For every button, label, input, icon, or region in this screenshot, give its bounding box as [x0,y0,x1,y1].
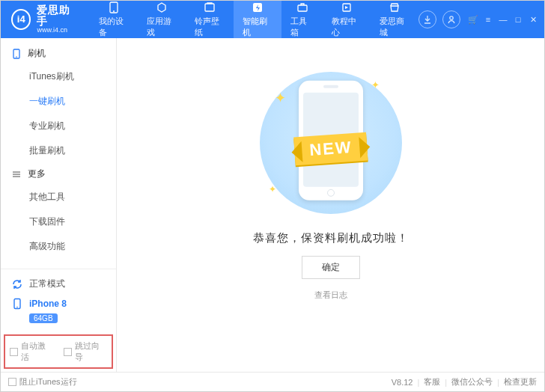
success-message: 恭喜您，保资料刷机成功啦！ [253,231,409,245]
svg-rect-2 [205,4,214,11]
device-row[interactable]: iPhone 8 [8,294,109,313]
maximize-button[interactable]: □ [513,14,523,25]
success-illustration: ✦✦✦ NEW [249,68,413,218]
brand-text: 爱思助手 www.i4.cn [37,4,79,35]
sidebar-nav: 刷机iTunes刷机一键刷机专业刷机批量刷机更多其他工具下载固件高级功能 [1,38,116,269]
footer-link-support[interactable]: 客服 [424,376,440,388]
ring-icon [203,1,216,13]
skip-guide-checkbox[interactable]: 跳过向导 [64,340,107,363]
tab-label: 应用游戏 [147,16,177,38]
footer-link-update[interactable]: 检查更新 [504,376,537,388]
tab-apps[interactable]: 应用游戏 [138,1,186,38]
svg-point-8 [16,56,17,58]
tools-icon [296,1,309,13]
top-tabs: 我的设备应用游戏铃声壁纸智能刷机工具箱教程中心爱思商城 [90,1,418,38]
brand-name: 爱思助手 [37,4,79,28]
tab-store[interactable]: 爱思商城 [371,1,418,38]
auto-activate-checkbox[interactable]: 自动激活 [10,340,53,363]
sidebar-item[interactable]: 批量刷机 [1,138,116,163]
minimize-button[interactable]: — [498,14,508,25]
version-label: V8.12 [392,378,413,387]
close-button[interactable]: ✕ [528,14,538,25]
title-right-icons [418,10,468,28]
device-status: 正常模式 iPhone 8 64GB [1,269,116,331]
store-icon [388,1,401,13]
storage-row: 64GB [8,313,109,327]
sidebar-group-1[interactable]: 更多 [1,163,116,185]
tab-label: 教程中心 [332,16,362,38]
window-controls: 🛒 ≡ — □ ✕ [468,14,544,25]
block-itunes-checkbox[interactable]: 阻止iTunes运行 [8,376,77,388]
tab-tutor[interactable]: 教程中心 [323,1,371,38]
mode-label: 正常模式 [29,278,65,290]
titlebar: i4 爱思助手 www.i4.cn 我的设备应用游戏铃声壁纸智能刷机工具箱教程中… [1,1,544,38]
sidebar-item[interactable]: 一键刷机 [1,89,116,114]
tab-flash[interactable]: 智能刷机 [234,1,281,38]
device-name: iPhone 8 [29,298,67,309]
apps-icon [155,1,168,13]
sidebar-item[interactable]: 其他工具 [1,185,116,209]
main-content: ✦✦✦ NEW 恭喜您，保资料刷机成功啦！ 确定 查看日志 [117,38,544,372]
brand: i4 爱思助手 www.i4.cn [1,4,90,35]
svg-point-6 [450,16,453,19]
cart-icon[interactable]: 🛒 [468,14,478,25]
user-icon[interactable] [442,10,460,28]
tab-phone[interactable]: 我的设备 [90,1,138,38]
group-title: 刷机 [28,47,46,60]
mode-row[interactable]: 正常模式 [8,274,109,294]
tab-ring[interactable]: 铃声壁纸 [186,1,234,38]
highlight-options: 自动激活 跳过向导 [4,334,113,369]
sidebar-item[interactable]: 下载固件 [1,209,116,234]
footer: 阻止iTunes运行 V8.12 | 客服 | 微信公众号 | 检查更新 [1,372,544,391]
phone-icon [107,1,121,13]
tab-label: 工具箱 [290,16,313,38]
tab-label: 爱思商城 [380,16,409,38]
footer-link-wechat[interactable]: 微信公众号 [451,376,493,388]
flash-icon [251,1,264,13]
tutor-icon [340,1,353,13]
view-log-link[interactable]: 查看日志 [314,290,347,301]
svg-rect-4 [298,5,307,11]
group-icon [11,49,22,59]
body: 刷机iTunes刷机一键刷机专业刷机批量刷机更多其他工具下载固件高级功能 正常模… [1,38,544,372]
group-icon [11,169,22,180]
svg-point-10 [16,307,18,308]
brand-url: www.i4.cn [37,27,79,34]
svg-point-1 [113,10,115,12]
sidebar-item[interactable]: 专业刷机 [1,114,116,138]
brand-logo: i4 [11,9,31,30]
phone-icon [11,298,23,310]
sidebar-item[interactable]: 高级功能 [1,234,116,259]
storage-badge: 64GB [29,313,58,323]
sidebar: 刷机iTunes刷机一键刷机专业刷机批量刷机更多其他工具下载固件高级功能 正常模… [1,38,117,372]
footer-right: V8.12 | 客服 | 微信公众号 | 检查更新 [392,376,537,388]
refresh-icon [11,278,23,290]
sidebar-group-0[interactable]: 刷机 [1,43,116,64]
app-window: i4 爱思助手 www.i4.cn 我的设备应用游戏铃声壁纸智能刷机工具箱教程中… [0,0,545,392]
menu-icon[interactable]: ≡ [483,14,493,25]
tab-label: 我的设备 [99,16,129,38]
tab-tools[interactable]: 工具箱 [281,1,322,38]
download-icon[interactable] [418,10,436,28]
group-title: 更多 [28,168,46,180]
tab-label: 智能刷机 [243,16,272,38]
sidebar-item[interactable]: iTunes刷机 [1,64,116,89]
new-ribbon: NEW [293,132,368,166]
tab-label: 铃声壁纸 [195,16,225,38]
ok-button[interactable]: 确定 [302,256,360,279]
